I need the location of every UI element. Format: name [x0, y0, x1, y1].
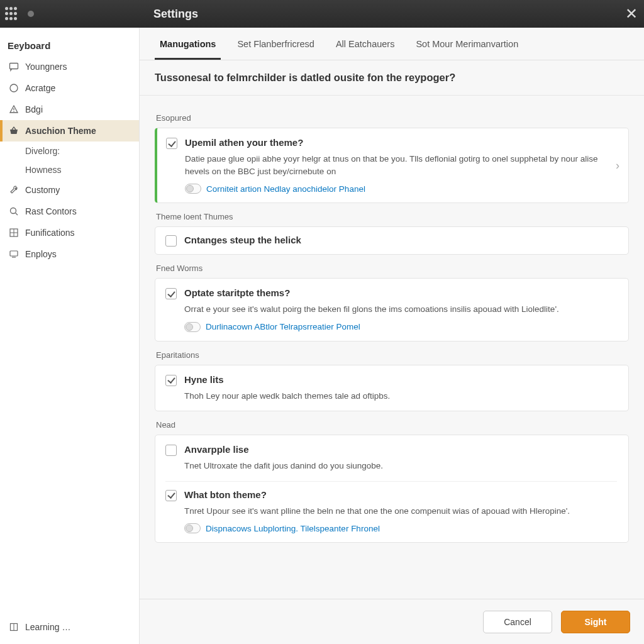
sidebar: Eeyboard Youngners Acratge Bdgi Asuchion… — [0, 28, 140, 644]
sidebar-item-bdgi[interactable]: Bdgi — [0, 99, 139, 120]
search-icon — [9, 206, 19, 216]
checkbox-optate[interactable] — [165, 288, 177, 299]
sidebar-subitem-divelorg[interactable]: Divelorg: — [0, 142, 139, 160]
status-dot-icon — [28, 11, 34, 17]
option-title: Upemil athen your theme? — [185, 137, 617, 148]
checkbox-anvarpple[interactable] — [165, 445, 177, 456]
section-label-fned-worms: Fned Worms — [156, 264, 628, 273]
card-upemil-theme: Upemil athen your theme? Datie paue glue… — [155, 128, 629, 203]
sidebar-item-label: Customy — [25, 185, 60, 195]
section-label-nead: Nead — [156, 420, 628, 430]
page-question: Tussonesal to felmrchilder is datled ous… — [140, 60, 644, 96]
option-title: Optate staritpte thems? — [184, 287, 617, 298]
sidebar-item-customy[interactable]: Customy — [0, 179, 139, 201]
svg-line-5 — [16, 213, 18, 216]
sidebar-header: Eeyboard — [0, 35, 139, 56]
sidebar-item-rast-contors[interactable]: Rast Contors — [0, 201, 139, 222]
sidebar-item-label: Funifications — [25, 228, 75, 238]
circle-icon — [9, 83, 19, 93]
section-label-eparitations: Eparitations — [156, 350, 628, 360]
svg-point-4 — [11, 208, 16, 214]
sidebar-item-enploys[interactable]: Enploys — [0, 243, 139, 265]
option-desc: Thoh Ley nour aple wedk balch themes tal… — [184, 390, 617, 402]
option-title: What bton theme? — [184, 489, 617, 500]
checkbox-hyne-lits[interactable] — [165, 375, 177, 386]
sidebar-item-label: Bdgi — [25, 104, 43, 114]
settings-scroll[interactable]: Esopured Upemil athen your theme? Datie … — [140, 96, 644, 644]
chevron-right-icon[interactable]: › — [616, 159, 619, 172]
sidebar-item-youngners[interactable]: Youngners — [0, 56, 139, 77]
save-button[interactable]: Sight — [561, 611, 630, 633]
main-panel: Manugations Set Flanberfricresd All Eatc… — [140, 28, 644, 644]
tab-bar: Manugations Set Flanberfricresd All Eatc… — [140, 28, 644, 60]
svg-point-1 — [10, 84, 18, 92]
option-title: Anvarpple lise — [184, 444, 617, 455]
basket-icon — [9, 126, 19, 136]
svg-rect-9 — [10, 251, 18, 256]
monitor-icon — [9, 249, 19, 259]
wrench-icon — [9, 185, 19, 195]
toggle-durlinacown[interactable] — [184, 322, 201, 332]
svg-point-3 — [13, 111, 14, 112]
tab-all-eatchauers[interactable]: All Eatchauers — [331, 28, 400, 60]
link-durlinacown-pomel[interactable]: Durlinacown ABtlor Telrapsrreatier Pomel — [206, 322, 360, 331]
grid-icon — [9, 228, 19, 238]
checkbox-what-bton[interactable] — [165, 490, 177, 501]
option-title: Cntanges steup the helick — [184, 235, 301, 245]
card-hyne-lits: Hyne lits Thoh Ley nour aple wedk balch … — [155, 365, 629, 412]
sidebar-item-learning[interactable]: Learning … — [0, 616, 140, 638]
titlebar: Settings ✕ — [0, 0, 644, 28]
sidebar-item-acratge[interactable]: Acratge — [0, 77, 139, 99]
section-label-theme-loent: Theme loent Thumes — [156, 212, 628, 221]
option-desc: Orrat e your see it's walut poirg the be… — [184, 303, 617, 316]
sidebar-subitem-howness[interactable]: Howness — [0, 160, 139, 179]
option-title: Hyne lits — [184, 374, 617, 385]
message-icon — [9, 62, 19, 72]
checkbox-upemil-theme[interactable] — [166, 138, 177, 149]
toggle-dispnacows[interactable] — [184, 523, 201, 533]
book-icon — [9, 622, 19, 632]
tab-set-flanber[interactable]: Set Flanberfricresd — [232, 28, 319, 60]
sidebar-item-funifications[interactable]: Funifications — [0, 222, 139, 243]
window-title: Settings — [153, 8, 198, 21]
checkbox-ctanges[interactable] — [165, 235, 177, 247]
link-cornite-phanel[interactable]: Corniteit artion Nedlay anochidelor Phan… — [206, 184, 365, 194]
sidebar-item-label: Learning … — [25, 622, 70, 632]
footer-bar: Cancel Sight — [140, 599, 644, 644]
cancel-button[interactable]: Cancel — [483, 611, 552, 633]
warning-icon — [9, 104, 19, 114]
card-ctanges-helick: Cntanges steup the helick — [155, 226, 629, 255]
section-label-esopured: Esopured — [156, 113, 628, 123]
sidebar-item-label: Youngners — [25, 62, 67, 72]
option-desc: Tnet Ultroxate the dafit jous danind do … — [184, 460, 617, 472]
sidebar-item-label: Acratge — [25, 83, 55, 93]
card-nead-group: Anvarpple lise Tnet Ultroxate the dafit … — [155, 435, 629, 543]
sidebar-item-label: Enploys — [25, 249, 57, 259]
svg-rect-0 — [10, 64, 18, 69]
close-icon[interactable]: ✕ — [625, 5, 638, 23]
sidebar-item-asuchion-theme[interactable]: Asuchion Theme — [0, 120, 139, 142]
option-desc: Tnret Upour see it's want plline the bel… — [184, 505, 617, 518]
sidebar-item-label: Asuchion Theme — [25, 126, 96, 136]
option-desc: Datie paue glue opii abhe yoyr helgr at … — [185, 153, 617, 177]
sidebar-item-label: Rast Contors — [25, 206, 77, 216]
tab-sot-mour[interactable]: Sot Mour Merimanvartion — [411, 28, 523, 60]
card-optate-thems: Optate staritpte thems? Orrat e your see… — [155, 278, 629, 341]
app-logo-icon — [5, 7, 19, 21]
tab-manugations[interactable]: Manugations — [155, 28, 221, 60]
link-dispnacows-fhronel[interactable]: Dispnacows Lubplorting. Tilelspeanter Fh… — [206, 524, 380, 533]
toggle-cornite[interactable] — [185, 184, 201, 194]
